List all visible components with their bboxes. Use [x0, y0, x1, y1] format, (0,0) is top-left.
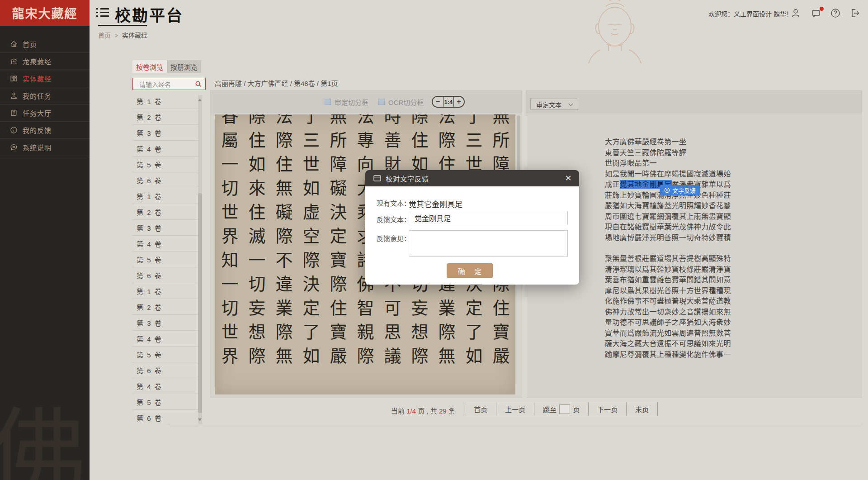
feedback-text-label: 反馈文本： [377, 214, 410, 224]
volume-list-item[interactable]: 第 2 卷 [132, 109, 198, 125]
text-line: 現自在諸雜寶樹華葉光茂佛神力故令此 [605, 222, 741, 233]
zoom-in-button[interactable]: + [454, 97, 464, 107]
sidebar-menu: 首页 龙泉藏经 实体藏经 我的任务 任务大厅 我的反馈 系统说明 [0, 36, 90, 156]
pagination-info: 当前 1/4 页 , 共 29 条 [391, 406, 455, 415]
volume-list-item[interactable]: 第 4 卷 [132, 141, 198, 157]
hall-icon [10, 109, 18, 117]
text-line: 摩尼以爲其果樹光普照十方世界種種現 [605, 285, 741, 296]
confirm-button[interactable]: 确 定 [447, 263, 493, 278]
volume-list-item[interactable]: 第 5 卷 [132, 157, 198, 172]
jump-to-page-cell: 跳至 页 [534, 402, 589, 416]
volume-list-item[interactable]: 第 6 卷 [132, 172, 198, 188]
welcome-text: 欢迎您：义工界面设计 魏华！ [708, 9, 793, 18]
sidebar-item-mytasks[interactable]: 我的任务 [0, 87, 90, 105]
zoom-out-button[interactable]: − [433, 97, 443, 107]
scroll-up-arrow[interactable] [198, 99, 202, 101]
viewer-toolbar: 审定切分框 OCR切分框 − 1:4 + [210, 91, 522, 113]
jump-page-input[interactable] [559, 404, 570, 414]
sidebar-item-taskhall[interactable]: 任务大厅 [0, 105, 90, 122]
scripture-search-input[interactable]: 请输入经名 [132, 78, 206, 90]
text-line: 嚴猶如大海寶幢旛蓋光明照耀妙香花鬘 [605, 200, 741, 211]
next-page-button[interactable]: 下一页 [589, 402, 627, 416]
tab-by-volume[interactable]: 按卷浏览 [132, 60, 167, 73]
scan-column: 法際住無礙際不違業際無 [269, 114, 296, 394]
review-boxes-checkbox[interactable] [325, 99, 331, 105]
sidebar-item-shiti[interactable]: 实体藏经 [0, 70, 90, 87]
modal-title: 校对文字反馈 [386, 174, 429, 183]
sidebar-item-label: 任务大厅 [23, 108, 52, 118]
volume-list-item[interactable]: 第 6 卷 [132, 362, 198, 378]
prev-page-button[interactable]: 上一页 [496, 402, 534, 416]
close-icon[interactable]: ✕ [564, 174, 573, 183]
volume-list-item[interactable]: 第 4 卷 [132, 236, 198, 252]
feedback-modal: 校对文字反馈 ✕ 现有文本： 觉其它金刚具足 反馈文本： 反馈意见： 确 定 [365, 170, 579, 285]
feedback-bubble-icon [664, 187, 670, 193]
ocr-boxes-label: OCR切分框 [388, 97, 424, 107]
breadcrumb-home[interactable]: 首页 [98, 32, 111, 39]
zoom-level: 1:4 [443, 97, 454, 107]
sidebar-item-systemhelp[interactable]: 系统说明 [0, 139, 90, 156]
ocr-boxes-checkbox[interactable] [378, 99, 385, 105]
sidebar: 龍宋大藏經 首页 龙泉藏经 实体藏经 我的任务 任务大厅 我的反馈 系统说明 [0, 0, 90, 480]
tab-by-album[interactable]: 按册浏览 [167, 60, 201, 73]
paragraph-gap [605, 243, 741, 253]
volume-list-item[interactable]: 第 2 卷 [132, 204, 198, 220]
volume-list-item[interactable]: 第 4 卷 [132, 378, 198, 394]
comment-textarea[interactable] [409, 230, 568, 257]
text-line: 葉垂布猶如重雲雜色寶華間錯其間如意 [605, 275, 741, 285]
book-icon [10, 75, 18, 82]
volume-list-item[interactable]: 第 1 卷 [132, 188, 198, 204]
title-underline [98, 25, 147, 26]
footer-divider [167, 424, 862, 424]
sidebar-item-label: 实体藏经 [23, 74, 52, 83]
menu-toggle-icon[interactable] [96, 7, 109, 18]
volume-list-item[interactable]: 第 4 卷 [132, 331, 198, 347]
user-icon[interactable] [790, 8, 801, 19]
scan-column: 了三世如虚空際決定了如 [296, 114, 323, 394]
user-task-icon [10, 92, 18, 100]
volume-list-item[interactable]: 第 1 卷 [132, 283, 198, 299]
volume-list-item[interactable]: 第 3 卷 [132, 220, 198, 236]
volume-list-item[interactable]: 第 2 卷 [132, 299, 198, 315]
text-feedback-tooltip-button[interactable]: 文字反馈 [660, 185, 700, 195]
transcribed-text[interactable]: 大方廣佛華嚴經卷第一坐 東晉天竺三藏佛陀羅等譯 世閒淨眼品第一 如是我聞一時佛在… [605, 137, 741, 360]
feedback-text-input[interactable] [409, 211, 568, 225]
text-line: 世閒淨眼品第一 [605, 158, 741, 169]
sidebar-item-home[interactable]: 首页 [0, 36, 90, 53]
volume-list-item[interactable]: 第 5 卷 [132, 347, 198, 362]
text-line: 場地廣博嚴淨光明普照一切奇特妙寶積 [605, 233, 741, 243]
sidebar-item-myfeedback[interactable]: 我的反馈 [0, 122, 90, 139]
volume-list-item[interactable]: 第 6 卷 [132, 410, 198, 425]
search-icon[interactable] [195, 81, 202, 87]
text-line: 薩大海之藏大音遠振不可思議如來光明 [605, 338, 741, 349]
paragraph-2: 聚無量善根莊嚴道場其菩提樹高顯殊特清淨瑠璃以爲其幹妙寶枝條莊嚴清淨寶葉垂布猶如重… [605, 253, 741, 360]
text-version-dropdown[interactable]: 审定文本 [530, 99, 578, 110]
volume-list-item[interactable]: 第 3 卷 [132, 125, 198, 141]
sidebar-item-longquan[interactable]: 龙泉藏经 [0, 53, 90, 70]
volume-list: 第 1 卷第 2 卷第 3 卷第 4 卷第 5 卷第 6 卷第 1 卷第 2 卷… [132, 93, 198, 425]
volume-list-item[interactable]: 第 5 卷 [132, 394, 198, 410]
help-icon[interactable] [830, 8, 841, 19]
notification-badge [820, 7, 824, 11]
scroll-down-arrow[interactable] [198, 418, 202, 421]
scripture-breadcrumb: 高丽再雕 / 大方广佛严经 / 第48卷 / 第1页 [215, 78, 338, 88]
volume-list-item[interactable]: 第 1 卷 [132, 93, 198, 109]
list-scrollbar-thumb[interactable] [198, 193, 202, 413]
text-line: 寶華而爲嚴飾流光如雲周遍普照無數菩 [605, 328, 741, 339]
logout-icon[interactable] [849, 8, 860, 19]
first-page-button[interactable]: 首页 [465, 402, 496, 416]
text-line: 化施作佛事不可盡極普現大乘菩薩道教 [605, 296, 741, 307]
text-line: 清淨瑠璃以爲其幹妙寶枝條莊嚴清淨寶 [605, 264, 741, 275]
text-line: 周帀圍遶七寶羅網彌覆其上雨無盡寶顯 [605, 211, 741, 222]
info-icon [10, 126, 18, 134]
home-icon [10, 40, 18, 48]
sidebar-item-label: 系统说明 [23, 143, 52, 152]
volume-list-item[interactable]: 第 3 卷 [132, 315, 198, 331]
volume-list-item[interactable]: 第 5 卷 [132, 252, 198, 267]
volume-list-item[interactable]: 第 6 卷 [132, 267, 198, 283]
window-icon [373, 175, 381, 181]
comment-icon [10, 143, 18, 151]
current-page: 1/4 [406, 407, 416, 415]
sidebar-item-label: 龙泉藏经 [23, 57, 52, 66]
last-page-button[interactable]: 末页 [627, 402, 657, 416]
